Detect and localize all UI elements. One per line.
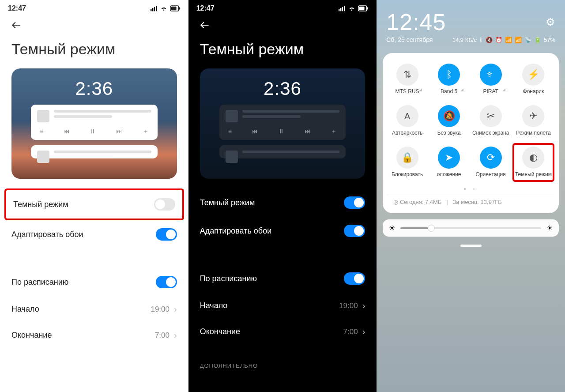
alarm-icon: ⏰ [495, 37, 502, 43]
quick-settings-card: ⇅MTS RUS◢ᛒBand 5◢ᯤPIRAT◢⚡ФонарикAАвтоярк… [383, 53, 559, 213]
svg-rect-12 [359, 7, 365, 11]
signal-icon [339, 5, 346, 11]
toggle-schedule[interactable] [344, 272, 365, 285]
section-extra: ДОПОЛНИТЕЛЬНО [188, 345, 377, 369]
row-start[interactable]: Начало 19:00› [0, 296, 188, 322]
mute-icon: 🔕 [438, 105, 460, 127]
label-start: Начало [200, 301, 228, 310]
qs-tile-loc[interactable]: ➤оложение [429, 143, 469, 182]
qs-tile-label: Режим полета [516, 130, 551, 136]
preview-image: 2:36 ≡⏮⏸⏭＋ [200, 68, 365, 179]
svg-rect-13 [367, 7, 369, 9]
label-end: Окончание [200, 327, 240, 336]
chevron-right-icon: › [174, 330, 177, 340]
qs-tile-label: Без звука [437, 130, 461, 136]
toggle-dark-mode[interactable] [344, 196, 365, 209]
status-time: 12:47 [196, 4, 215, 12]
scr-icon: ✂ [480, 105, 502, 127]
label-adapt-wallpaper: Адаптировать обои [200, 226, 272, 236]
signal-small-icon: ◢ [502, 87, 505, 92]
preview-card: ≡⏮⏸⏭＋ [219, 105, 346, 140]
value-end: 7:00 [343, 328, 358, 336]
prev-icon: ⏮ [64, 128, 70, 136]
qs-tile-wifi[interactable]: ᯤPIRAT◢ [471, 60, 511, 99]
pause-icon: ⏸ [90, 128, 96, 136]
A-icon: A [396, 105, 418, 127]
qs-tile-label: Ориентация [476, 171, 506, 177]
qs-tile-flash[interactable]: ⚡Фонарик [512, 60, 554, 99]
rot-icon: ⟳ [480, 147, 502, 169]
svg-rect-3 [156, 6, 157, 11]
signal-icon [151, 5, 158, 11]
qs-tile-A[interactable]: AАвтояркость [387, 102, 427, 140]
value-end: 7:00 [155, 331, 170, 340]
list-icon: ≡ [228, 128, 232, 136]
brightness-slider[interactable]: ☀ ☀ [383, 219, 559, 237]
chevron-right-icon: › [362, 327, 365, 337]
row-end[interactable]: Окончание 7:00› [188, 319, 377, 345]
qs-tile-label: Блокировать [392, 171, 423, 177]
svg-rect-5 [171, 7, 176, 11]
toggle-dark-mode[interactable] [154, 198, 175, 211]
battery-icon [358, 5, 369, 11]
bt-icon: ᛒ [438, 64, 460, 86]
qs-tile-plane[interactable]: ✈Режим полета [512, 102, 554, 140]
qs-tile-rot[interactable]: ⟳Ориентация [471, 143, 511, 182]
settings-gear-icon[interactable]: ⚙ [546, 16, 555, 28]
row-end[interactable]: Окончание 7:00› [0, 322, 188, 348]
row-dark-mode[interactable]: Темный режим [6, 190, 182, 219]
status-bar: 12:47 [0, 0, 188, 15]
label-dark-mode: Темный режим [200, 198, 255, 207]
settings-screen-light: 12:47 Темный режим 2:36 ≡⏮⏸⏭＋ Темный реж… [0, 0, 188, 392]
panel-date: Сб, 25 сентября [386, 36, 433, 43]
row-adapt-wallpaper[interactable]: Адаптировать обои [0, 220, 188, 249]
chevron-right-icon: › [174, 304, 177, 314]
preview-time: 2:36 [11, 68, 177, 99]
loc-icon: ➤ [438, 147, 460, 169]
brightness-track[interactable] [400, 227, 541, 229]
label-start: Начало [11, 305, 39, 314]
qs-tile-mute[interactable]: 🔕Без звука [429, 102, 469, 140]
qs-tile-bt[interactable]: ᛒBand 5◢ [429, 60, 469, 99]
back-button[interactable] [0, 15, 188, 41]
wifi-icon [160, 5, 167, 11]
qs-tile-data[interactable]: ⇅MTS RUS◢ [387, 60, 427, 99]
toggle-schedule[interactable] [156, 276, 177, 288]
signal-icon: 📶 [515, 37, 522, 43]
label-end: Окончание [11, 331, 52, 340]
list-icon: ≡ [40, 128, 43, 136]
settings-screen-dark: 12:47 Темный режим 2:36 ≡⏮⏸⏭＋ Темный реж… [188, 0, 377, 392]
qs-tile-moon[interactable]: ◐Темный режим [512, 143, 554, 182]
row-schedule[interactable]: По расписанию [0, 268, 188, 296]
data-icon: ⇅ [396, 64, 418, 86]
highlight-dark-mode-toggle: Темный режим [4, 188, 184, 220]
row-start[interactable]: Начало 19:00› [188, 293, 377, 319]
row-dark-mode[interactable]: Темный режим [188, 188, 377, 217]
lock-icon: 🔒 [396, 147, 418, 169]
qs-tile-label: оложение [437, 171, 461, 177]
signal-icon: 📶 [505, 37, 512, 43]
qs-tile-scr[interactable]: ✂Снимок экрана [471, 102, 511, 140]
toggle-adapt-wallpaper[interactable] [156, 228, 177, 241]
toggle-adapt-wallpaper[interactable] [344, 225, 365, 237]
mute-icon: 🔇 [486, 37, 493, 43]
battery-icon: 🔋 [534, 37, 541, 43]
next-icon: ⏭ [305, 128, 311, 136]
row-schedule[interactable]: По расписанию [188, 264, 377, 293]
label-adapt-wallpaper: Адаптировать обои [11, 230, 83, 239]
back-button[interactable] [188, 15, 377, 41]
prev-icon: ⏮ [252, 128, 258, 136]
data-usage: ◎ Сегодня: 7,4МБ | За месяц: 13,97ГБ [387, 195, 554, 211]
qs-tile-label: PIRAT [483, 88, 498, 94]
qs-tile-lock[interactable]: 🔒Блокировать [387, 143, 427, 182]
net-speed: 14,9 КБ/с [452, 37, 477, 43]
qs-tile-label: MTS RUS [396, 88, 419, 94]
signal-small-icon: ◢ [460, 87, 463, 92]
row-adapt-wallpaper[interactable]: Адаптировать обои [188, 217, 377, 245]
value-start: 19:00 [339, 302, 358, 310]
qs-tile-label: Темный режим [515, 171, 552, 177]
panel-drag-handle[interactable] [460, 245, 482, 247]
status-icons [339, 5, 369, 11]
pause-icon: ⏸ [278, 128, 284, 136]
moon-icon: ◐ [522, 147, 544, 169]
